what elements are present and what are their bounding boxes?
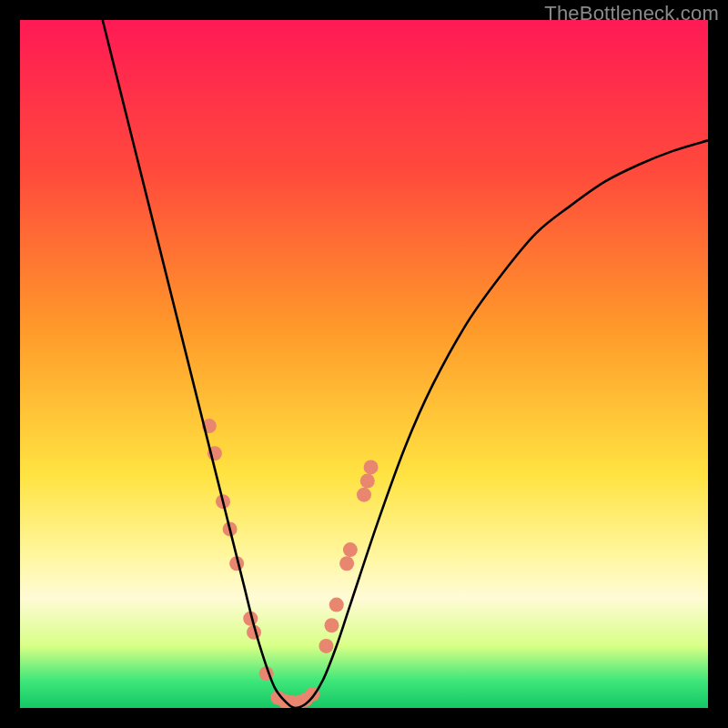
data-markers — [202, 419, 379, 708]
data-marker — [343, 542, 358, 557]
data-marker — [339, 556, 354, 571]
data-marker — [324, 618, 339, 632]
data-marker — [364, 460, 379, 474]
bottleneck-curve — [103, 20, 708, 708]
data-marker — [329, 598, 344, 612]
plot-area — [20, 20, 708, 708]
watermark-text: TheBottleneck.com — [544, 2, 719, 25]
data-marker — [360, 474, 375, 489]
data-marker — [318, 639, 333, 653]
chart-svg — [20, 20, 708, 708]
data-marker — [357, 488, 371, 502]
